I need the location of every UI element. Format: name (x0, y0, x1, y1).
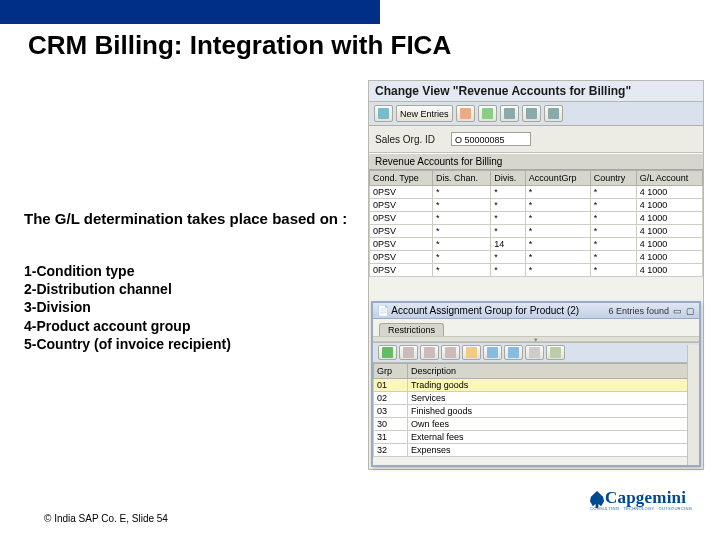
cell[interactable]: * (432, 225, 490, 238)
col-account-grp[interactable]: AccountGrp (525, 171, 590, 186)
cell[interactable]: * (590, 264, 636, 277)
table-row[interactable]: 31External fees (374, 431, 699, 444)
col-division[interactable]: Divis. (491, 171, 526, 186)
cell[interactable]: 03 (374, 405, 408, 418)
cell[interactable]: 0PSV (370, 238, 433, 251)
cell[interactable]: * (525, 199, 590, 212)
sort-desc-button[interactable] (441, 345, 460, 360)
copy-button[interactable] (456, 105, 475, 122)
cell[interactable]: * (525, 264, 590, 277)
cell[interactable]: 4 1000 (636, 199, 702, 212)
export-button[interactable] (504, 345, 523, 360)
table-row[interactable]: 01Trading goods (374, 379, 699, 392)
table-row[interactable]: 0PSV****4 1000 (370, 251, 703, 264)
layout-button[interactable] (546, 345, 565, 360)
cell[interactable]: * (432, 264, 490, 277)
col-cond-type[interactable]: Cond. Type (370, 171, 433, 186)
cell[interactable]: Services (408, 392, 699, 405)
popup-tab-restrictions[interactable]: Restrictions (379, 323, 444, 336)
cell[interactable]: * (432, 251, 490, 264)
cell[interactable]: * (491, 212, 526, 225)
cell[interactable]: 0PSV (370, 186, 433, 199)
cell[interactable]: 0PSV (370, 225, 433, 238)
table-row[interactable]: 0PSV*14**4 1000 (370, 238, 703, 251)
table-row[interactable]: 30Own fees (374, 418, 699, 431)
cell[interactable]: Expenses (408, 444, 699, 457)
cell[interactable]: * (432, 186, 490, 199)
cell[interactable]: 02 (374, 392, 408, 405)
check-button[interactable] (378, 345, 397, 360)
cell[interactable]: * (525, 251, 590, 264)
cell[interactable]: * (590, 238, 636, 251)
sum-button[interactable] (462, 345, 481, 360)
cell[interactable]: Own fees (408, 418, 699, 431)
cell[interactable]: 4 1000 (636, 186, 702, 199)
popup-titlebar: 📄 Account Assignment Group for Product (… (373, 303, 699, 319)
cell[interactable]: 4 1000 (636, 225, 702, 238)
cell[interactable]: * (590, 225, 636, 238)
col-gl-account[interactable]: G/L Account (636, 171, 702, 186)
popup-layout-icon[interactable]: ▭ (673, 306, 682, 316)
toggle-button[interactable] (374, 105, 393, 122)
cell[interactable]: * (590, 199, 636, 212)
find-button[interactable] (483, 345, 502, 360)
popup-close-icon[interactable]: ▢ (686, 306, 695, 316)
cell[interactable]: 0PSV (370, 264, 433, 277)
bounds-button[interactable] (544, 105, 563, 122)
cell[interactable]: 4 1000 (636, 212, 702, 225)
delete-button[interactable] (478, 105, 497, 122)
cell[interactable]: 0PSV (370, 199, 433, 212)
col-country[interactable]: Country (590, 171, 636, 186)
filter-button[interactable] (399, 345, 418, 360)
cell[interactable]: 0PSV (370, 212, 433, 225)
new-entries-button[interactable]: New Entries (396, 105, 453, 122)
cell[interactable]: * (491, 186, 526, 199)
cell[interactable]: * (432, 199, 490, 212)
table-row[interactable]: 0PSV****4 1000 (370, 186, 703, 199)
sort-asc-button[interactable] (420, 345, 439, 360)
cell[interactable]: * (491, 225, 526, 238)
cell[interactable]: Finished goods (408, 405, 699, 418)
popup-scrollbar[interactable] (687, 345, 699, 465)
cell[interactable]: * (525, 212, 590, 225)
cell[interactable]: * (432, 238, 490, 251)
cell[interactable]: 01 (374, 379, 408, 392)
cell[interactable]: * (491, 251, 526, 264)
deselect-button[interactable] (522, 105, 541, 122)
cell[interactable]: 4 1000 (636, 251, 702, 264)
col-dis-chan[interactable]: Dis. Chan. (432, 171, 490, 186)
cell[interactable]: 31 (374, 431, 408, 444)
table-row[interactable]: 03Finished goods (374, 405, 699, 418)
cell[interactable]: 32 (374, 444, 408, 457)
cell[interactable]: Trading goods (408, 379, 699, 392)
slide-footer: © India SAP Co. E, Slide 54 (44, 513, 168, 524)
cell[interactable]: 30 (374, 418, 408, 431)
cell[interactable]: * (491, 264, 526, 277)
cell[interactable]: 4 1000 (636, 264, 702, 277)
cell[interactable]: * (590, 186, 636, 199)
cell[interactable]: * (491, 199, 526, 212)
table-row[interactable]: 0PSV****4 1000 (370, 199, 703, 212)
sales-org-input[interactable]: O 50000085 (451, 132, 531, 146)
select-all-button[interactable] (500, 105, 519, 122)
sap-toolbar: New Entries (369, 102, 703, 126)
cell[interactable]: 14 (491, 238, 526, 251)
cell[interactable]: * (590, 251, 636, 264)
table-row[interactable]: 02Services (374, 392, 699, 405)
print-button[interactable] (525, 345, 544, 360)
cell[interactable]: * (590, 212, 636, 225)
popup-col-desc[interactable]: Description (408, 364, 699, 379)
cell[interactable]: External fees (408, 431, 699, 444)
cell[interactable]: * (432, 212, 490, 225)
table-row[interactable]: 32Expenses (374, 444, 699, 457)
cell[interactable]: * (525, 186, 590, 199)
table-row[interactable]: 0PSV****4 1000 (370, 225, 703, 238)
cell[interactable]: * (525, 238, 590, 251)
popup-col-grp[interactable]: Grp (374, 364, 408, 379)
cell[interactable]: 4 1000 (636, 238, 702, 251)
table-row[interactable]: 0PSV****4 1000 (370, 212, 703, 225)
list-item: 1-Condition type (24, 262, 354, 280)
cell[interactable]: 0PSV (370, 251, 433, 264)
table-row[interactable]: 0PSV****4 1000 (370, 264, 703, 277)
cell[interactable]: * (525, 225, 590, 238)
